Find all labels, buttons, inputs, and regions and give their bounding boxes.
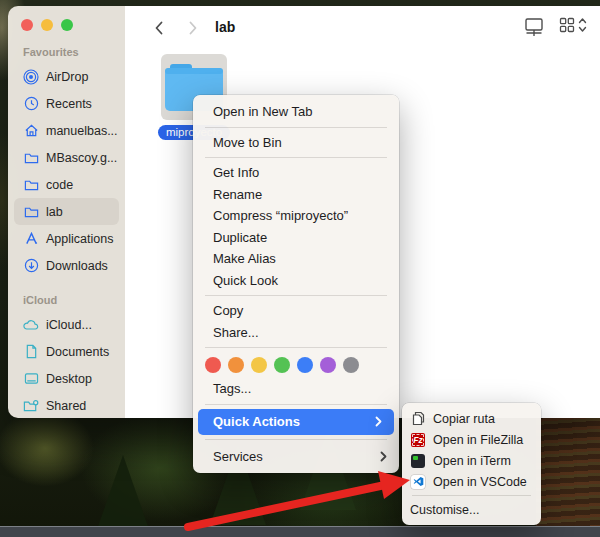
- submenu-chevron-icon: [380, 451, 387, 462]
- sidebar-item-label: code: [46, 178, 73, 192]
- iterm-icon: [410, 453, 426, 469]
- menu-item-compress[interactable]: Compress “miproyecto”: [193, 205, 399, 227]
- sidebar-item-airdrop[interactable]: AirDrop: [14, 63, 119, 90]
- sidebar-item-label: Applications: [46, 232, 113, 246]
- tag-dot-blue[interactable]: [297, 357, 313, 373]
- sidebar-item-desktop[interactable]: Desktop: [14, 365, 119, 392]
- submenu-chevron-icon: [375, 416, 382, 427]
- shared-folder-icon: [22, 398, 40, 414]
- menu-item-services[interactable]: Services: [193, 446, 399, 468]
- submenu-item-open-in-iterm[interactable]: Open in iTerm: [402, 450, 541, 471]
- tag-dot-yellow[interactable]: [251, 357, 267, 373]
- copy-path-icon: [410, 411, 426, 427]
- menu-item-label: Quick Actions: [213, 409, 300, 435]
- quick-actions-submenu: Copiar ruta Fz Open in FileZilla Open in…: [402, 403, 541, 525]
- menu-item-open-in-new-tab[interactable]: Open in New Tab: [193, 101, 399, 123]
- filezilla-icon: Fz: [410, 432, 426, 448]
- clock-icon: [22, 96, 40, 112]
- sidebar: Favourites AirDrop Recents: [8, 6, 125, 418]
- menu-item-move-to-bin[interactable]: Move to Bin: [193, 132, 399, 154]
- menu-item-get-info[interactable]: Get Info: [193, 162, 399, 184]
- sidebar-item-label: manuelbas...: [46, 124, 118, 138]
- menu-item-tags[interactable]: Tags...: [193, 378, 399, 400]
- menu-separator: [205, 347, 387, 348]
- submenu-item-label: Open in VSCode: [433, 475, 527, 489]
- submenu-item-label: Open in iTerm: [433, 454, 511, 468]
- menu-separator: [412, 495, 531, 496]
- menu-item-copy[interactable]: Copy: [193, 300, 399, 322]
- sidebar-item-label: Shared: [46, 399, 86, 413]
- download-circle-icon: [22, 258, 40, 274]
- context-menu: Open in New Tab Move to Bin Get Info Ren…: [193, 95, 399, 473]
- sidebar-item-lab[interactable]: lab: [14, 198, 119, 225]
- submenu-item-open-in-filezilla[interactable]: Fz Open in FileZilla: [402, 429, 541, 450]
- menu-item-label: Services: [213, 446, 263, 468]
- zoom-button[interactable]: [61, 19, 73, 31]
- sidebar-item-downloads[interactable]: Downloads: [14, 252, 119, 279]
- menu-separator: [205, 404, 387, 405]
- tag-dot-green[interactable]: [274, 357, 290, 373]
- sidebar-section-favourites: Favourites: [23, 46, 125, 58]
- view-options-button[interactable]: [559, 17, 587, 33]
- sidebar-item-home[interactable]: manuelbas...: [14, 117, 119, 144]
- sidebar-item-mbascoy[interactable]: MBascoy.g...: [14, 144, 119, 171]
- screenshot-root: Favourites AirDrop Recents: [0, 0, 600, 537]
- submenu-item-copiar-ruta[interactable]: Copiar ruta: [402, 408, 541, 429]
- menu-separator: [205, 157, 387, 158]
- sidebar-item-label: Desktop: [46, 372, 92, 386]
- menu-item-rename[interactable]: Rename: [193, 184, 399, 206]
- folder-icon: [22, 177, 40, 193]
- cloud-icon: [22, 317, 40, 333]
- tag-dot-gray[interactable]: [343, 357, 359, 373]
- sidebar-item-label: Downloads: [46, 259, 108, 273]
- sidebar-item-label: lab: [46, 205, 63, 219]
- traffic-lights: [8, 6, 125, 31]
- sidebar-item-label: Documents: [46, 345, 109, 359]
- menu-separator: [205, 439, 387, 440]
- forward-button[interactable]: [183, 18, 203, 38]
- sidebar-item-label: MBascoy.g...: [46, 151, 117, 165]
- sidebar-item-icloud-drive[interactable]: iCloud...: [14, 311, 119, 338]
- back-button[interactable]: [149, 18, 169, 38]
- sidebar-item-applications[interactable]: Applications: [14, 225, 119, 252]
- tag-dot-red[interactable]: [205, 357, 221, 373]
- sidebar-item-recents[interactable]: Recents: [14, 90, 119, 117]
- submenu-item-label: Open in FileZilla: [433, 433, 523, 447]
- sidebar-item-code[interactable]: code: [14, 171, 119, 198]
- sidebar-section-icloud: iCloud: [23, 294, 125, 306]
- tag-color-row: [193, 352, 399, 378]
- tag-dot-orange[interactable]: [228, 357, 244, 373]
- toolbar: lab: [125, 6, 600, 50]
- sidebar-item-label: Recents: [46, 97, 92, 111]
- filezilla-badge: Fz: [411, 433, 425, 447]
- chevron-updown-icon: [578, 17, 587, 33]
- menu-separator: [205, 295, 387, 296]
- menu-item-quick-actions[interactable]: Quick Actions: [198, 409, 394, 435]
- airdrop-icon: [22, 69, 40, 85]
- folder-icon: [22, 204, 40, 220]
- background-window-edge: [0, 526, 600, 537]
- tree-silhouette: [95, 455, 151, 535]
- minimize-button[interactable]: [41, 19, 53, 31]
- window-title: lab: [215, 19, 235, 35]
- menu-item-quick-look[interactable]: Quick Look: [193, 270, 399, 292]
- wallpaper-vineyard-patch: [536, 414, 600, 530]
- submenu-item-customise[interactable]: Customise...: [402, 499, 541, 520]
- screen-share-button[interactable]: [523, 17, 545, 38]
- vscode-icon: [410, 474, 426, 490]
- sidebar-item-label: iCloud...: [46, 318, 92, 332]
- submenu-item-label: Customise...: [410, 503, 479, 517]
- sidebar-item-shared[interactable]: Shared: [14, 392, 119, 418]
- sidebar-item-label: AirDrop: [46, 70, 88, 84]
- folder-icon: [22, 150, 40, 166]
- submenu-item-open-in-vscode[interactable]: Open in VSCode: [402, 471, 541, 492]
- menu-item-make-alias[interactable]: Make Alias: [193, 248, 399, 270]
- menu-item-duplicate[interactable]: Duplicate: [193, 227, 399, 249]
- close-button[interactable]: [21, 19, 33, 31]
- sidebar-item-documents[interactable]: Documents: [14, 338, 119, 365]
- menu-item-share[interactable]: Share...: [193, 322, 399, 344]
- home-icon: [22, 123, 40, 139]
- applications-icon: [22, 231, 40, 247]
- submenu-item-label: Copiar ruta: [433, 412, 495, 426]
- tag-dot-purple[interactable]: [320, 357, 336, 373]
